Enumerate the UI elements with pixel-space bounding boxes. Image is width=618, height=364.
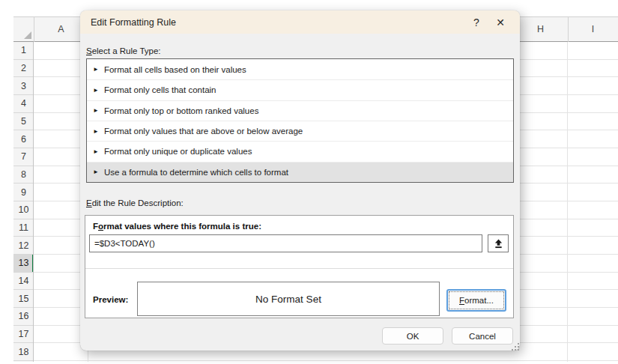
gridline-h-i xyxy=(567,42,568,362)
rule-type-item[interactable]: ►Format only cells that contain xyxy=(87,79,513,100)
collapse-arrow-icon xyxy=(494,239,503,249)
rule-arrow-icon: ► xyxy=(93,86,99,93)
formula-input[interactable] xyxy=(89,234,482,252)
column-header-separator xyxy=(34,16,34,42)
ok-button[interactable]: OK xyxy=(382,327,443,345)
row-header-14[interactable]: 14 xyxy=(13,273,34,291)
rule-type-item[interactable]: ►Format only values that are above or be… xyxy=(87,121,513,141)
rule-arrow-icon: ► xyxy=(93,107,99,114)
edit-formatting-rule-dialog: Edit Formatting Rule ? ✕ Select a Rule T… xyxy=(80,10,520,351)
close-icon[interactable]: ✕ xyxy=(490,10,511,34)
row-header-11[interactable]: 11 xyxy=(13,219,34,237)
row-header-4[interactable]: 4 xyxy=(13,95,34,113)
row-header-1[interactable]: 1 xyxy=(13,42,34,60)
dialog-titlebar[interactable]: Edit Formatting Rule ? ✕ xyxy=(80,10,520,34)
edit-rule-description-label: Edit the Rule Description: xyxy=(86,198,184,207)
groupbox-divider xyxy=(85,268,513,269)
row-header-5[interactable]: 5 xyxy=(13,113,34,131)
rule-type-item[interactable]: ►Format only unique or duplicate values xyxy=(87,141,513,161)
row-header-6[interactable]: 6 xyxy=(13,130,34,148)
format-button[interactable]: Format... xyxy=(446,289,506,312)
select-rule-type-label: Select a Rule Type: xyxy=(86,46,161,55)
rule-type-item[interactable]: ►Use a formula to determine which cells … xyxy=(87,162,513,182)
rule-type-label: Format all cells based on their values xyxy=(104,65,246,74)
rule-arrow-icon: ► xyxy=(93,127,99,134)
select-all-triangle-icon xyxy=(24,31,31,39)
column-header-separator xyxy=(568,16,569,42)
rule-type-label: Use a formula to determine which cells t… xyxy=(104,168,288,177)
column-header-i[interactable]: I xyxy=(568,16,618,42)
rule-type-label: Format only unique or duplicate values xyxy=(104,147,252,156)
rule-type-item[interactable]: ►Format only top or bottom ranked values xyxy=(87,100,513,121)
row-header-8[interactable]: 8 xyxy=(13,166,34,184)
dialog-title: Edit Formatting Rule xyxy=(91,10,176,34)
rule-type-label: Format only cells that contain xyxy=(104,85,216,94)
help-icon[interactable]: ? xyxy=(466,10,487,34)
row-header-16[interactable]: 16 xyxy=(13,308,34,326)
rule-type-label: Format only top or bottom ranked values xyxy=(104,106,258,115)
row-header-15[interactable]: 15 xyxy=(13,290,34,308)
row-header-9[interactable]: 9 xyxy=(13,183,34,201)
rule-arrow-icon: ► xyxy=(93,148,99,154)
row-header-7[interactable]: 7 xyxy=(13,148,34,166)
rule-description-groupbox: Format values where this formula is true… xyxy=(85,215,514,318)
rule-type-item[interactable]: ►Format all cells based on their values xyxy=(87,59,513,79)
formula-label: Format values where this formula is true… xyxy=(93,222,261,231)
select-all-button[interactable] xyxy=(13,16,34,42)
preview-box: No Format Set xyxy=(137,282,440,316)
row-header-13[interactable]: 13 xyxy=(13,255,34,273)
row-header-17[interactable]: 17 xyxy=(13,326,34,344)
row-header-10[interactable]: 10 xyxy=(13,201,34,219)
preview-label: Preview: xyxy=(93,295,128,304)
rule-arrow-icon: ► xyxy=(93,169,99,175)
row-header-3[interactable]: 3 xyxy=(13,77,34,95)
rule-type-label: Format only values that are above or bel… xyxy=(104,127,303,136)
excel-window: AHI 123456789101112131415161718 Edit For… xyxy=(0,0,618,364)
row-header-12[interactable]: 12 xyxy=(13,237,34,255)
rule-type-listbox: ►Format all cells based on their values►… xyxy=(86,58,514,183)
collapse-dialog-button[interactable] xyxy=(488,234,509,252)
rule-arrow-icon: ► xyxy=(93,66,99,73)
resize-grip[interactable] xyxy=(515,346,516,348)
column-header-h[interactable]: H xyxy=(513,16,568,42)
row-header-18[interactable]: 18 xyxy=(13,343,34,361)
row-header-2[interactable]: 2 xyxy=(13,60,34,78)
cancel-button[interactable]: Cancel xyxy=(452,327,513,345)
